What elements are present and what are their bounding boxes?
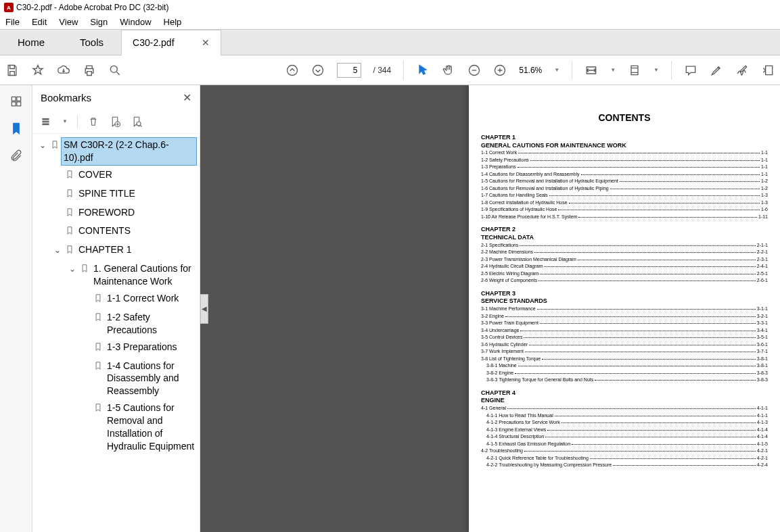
bookmark-icon	[93, 360, 104, 374]
chevron-icon[interactable]	[81, 311, 91, 312]
pdf-page: CONTENTS CHAPTER 1GENERAL CAUTIONS FOR M…	[469, 85, 780, 532]
sign-icon[interactable]	[735, 64, 749, 77]
toc-row: 3-8-3 Tightening Torque for General Bolt…	[481, 377, 768, 384]
bookmark-label: COVER	[78, 168, 197, 181]
chevron-icon[interactable]	[53, 206, 62, 208]
comment-icon[interactable]	[684, 64, 697, 77]
chevron-icon[interactable]	[81, 292, 91, 293]
document-area[interactable]: ◀ CONTENTS CHAPTER 1GENERAL CAUTIONS FOR…	[200, 85, 780, 532]
toc-row: 4-2 Troubleshooting4-2-1	[481, 448, 768, 455]
bookmarks-title: Bookmarks	[41, 92, 91, 103]
bookmarks-toolbar: ▼	[32, 110, 200, 134]
toc-row: 2-2 Machine Dimensions2-2-1	[481, 249, 768, 256]
page-heading: CONTENTS	[481, 112, 768, 123]
page-up-icon[interactable]	[285, 64, 299, 77]
toc-row: 4-1-4 Structural Description4-1-4	[481, 433, 768, 441]
page-display-icon[interactable]	[628, 64, 641, 77]
options-icon[interactable]	[41, 116, 53, 128]
cloud-sync-icon[interactable]	[57, 64, 70, 77]
collapse-panel-button[interactable]: ◀	[200, 294, 208, 324]
chevron-icon[interactable]	[81, 341, 91, 342]
toc-row: 4-1-3 Engine External Views4-1-4	[481, 427, 768, 434]
caret-down-icon[interactable]: ▼	[653, 67, 659, 73]
bookmark-label: 1-2 Safety Precautions	[107, 311, 197, 337]
caret-down-icon[interactable]: ▼	[554, 67, 559, 73]
trash-icon[interactable]	[87, 116, 99, 128]
toc-row: 4-1 General4-1-1	[481, 405, 768, 412]
chapter-title: TECHNICAL DATA	[481, 234, 768, 242]
menu-file[interactable]: File	[5, 17, 20, 27]
bookmark-item[interactable]: ⌄CHAPTER 1	[35, 241, 200, 260]
bookmark-item[interactable]: CONTENTS	[35, 222, 200, 241]
menu-sign[interactable]: Sign	[90, 17, 108, 27]
svg-rect-9	[43, 118, 49, 120]
bookmark-icon	[80, 262, 91, 277]
zoom-out-icon[interactable]	[467, 64, 481, 77]
bookmark-item[interactable]: 1-3 Preparations	[35, 339, 200, 358]
menubar: File Edit View Sign Window Help	[0, 15, 780, 30]
bookmark-item[interactable]: 1-2 Safety Precautions	[35, 309, 200, 339]
chevron-icon[interactable]	[53, 187, 62, 189]
menu-edit[interactable]: Edit	[32, 17, 47, 27]
star-icon[interactable]	[31, 64, 45, 77]
hand-icon[interactable]	[442, 64, 455, 77]
bookmark-item[interactable]: ⌄SM C30R-2 (2-2 Chap.6-10).pdf	[35, 137, 200, 166]
chapter-title: GENERAL CAUTIONS FOR MAINTENANCE WORK	[481, 142, 768, 150]
bookmark-icon	[50, 139, 61, 153]
app-pdf-icon: A	[4, 3, 14, 12]
chevron-icon[interactable]: ⌄	[38, 139, 47, 151]
bookmark-item[interactable]: 1-5 Cautions for Removal and Installatio…	[35, 400, 200, 455]
print-icon[interactable]	[83, 64, 96, 77]
save-icon[interactable]	[5, 64, 19, 77]
caret-down-icon[interactable]: ▼	[610, 67, 616, 73]
svg-rect-7	[12, 102, 16, 106]
highlight-icon[interactable]	[710, 64, 723, 77]
tab-home[interactable]: Home	[0, 30, 62, 55]
chevron-icon[interactable]	[53, 168, 62, 170]
bookmark-item[interactable]: FOREWORD	[35, 204, 200, 223]
bookmark-item[interactable]: SPINE TITLE	[35, 185, 200, 204]
bookmark-item[interactable]: ⌄1. General Cautions for Maintenance Wor…	[35, 260, 200, 290]
bookmark-label: 1-3 Preparations	[107, 341, 197, 354]
svg-point-1	[287, 65, 297, 75]
chevron-icon[interactable]	[53, 224, 62, 226]
close-icon[interactable]: ✕	[202, 37, 210, 48]
search-icon[interactable]	[108, 64, 122, 77]
toc-row: 3-7 Work Implement3-7-1	[481, 348, 768, 356]
tab-document[interactable]: C30-2.pdf ✕	[121, 30, 221, 55]
more-tools-icon[interactable]	[761, 64, 775, 77]
chevron-icon[interactable]	[81, 402, 91, 403]
zoom-level[interactable]: 51.6%	[519, 66, 542, 75]
bookmark-item[interactable]: COVER	[35, 166, 200, 185]
side-rail	[0, 85, 32, 532]
bookmarks-icon[interactable]	[9, 122, 23, 135]
fit-width-icon[interactable]	[584, 64, 598, 77]
bookmark-icon	[65, 187, 76, 202]
bookmark-label: CONTENTS	[78, 224, 197, 237]
find-bookmark-icon[interactable]	[131, 116, 143, 128]
thumbnails-icon[interactable]	[9, 95, 23, 108]
page-number-input[interactable]	[337, 63, 361, 78]
attachments-icon[interactable]	[9, 149, 23, 162]
close-icon[interactable]: ✕	[183, 91, 191, 104]
tab-tools[interactable]: Tools	[62, 30, 121, 55]
zoom-in-icon[interactable]	[493, 64, 507, 77]
toc-row: 1-9 Specifications of Hydraulic Hose1-6	[481, 206, 768, 214]
chevron-icon[interactable]: ⌄	[53, 243, 62, 256]
menu-window[interactable]: Window	[120, 17, 151, 27]
menu-view[interactable]: View	[59, 17, 78, 27]
page-down-icon[interactable]	[311, 64, 325, 77]
toc-row: 3-4 Undercarriage3-4-1	[481, 327, 768, 335]
chevron-icon[interactable]	[81, 360, 91, 361]
bookmarks-tree[interactable]: ⌄SM C30R-2 (2-2 Chap.6-10).pdfCOVERSPINE…	[32, 134, 200, 532]
add-bookmark-icon[interactable]	[109, 116, 121, 128]
chevron-icon[interactable]: ⌄	[68, 262, 77, 274]
bookmark-label: SM C30R-2 (2-2 Chap.6-10).pdf	[61, 137, 197, 166]
menu-help[interactable]: Help	[164, 17, 182, 27]
toc-row: 3-3 Power Train Equipment3-3-1	[481, 320, 768, 327]
bookmark-item[interactable]: 1-4 Cautions for Disassembly and Reassem…	[35, 358, 200, 400]
bookmark-icon	[93, 341, 104, 356]
bookmark-item[interactable]: 1-1 Correct Work	[35, 290, 200, 309]
pointer-icon[interactable]	[416, 64, 430, 77]
toc-row: 2-6 Weight of Components2-6-1	[481, 277, 768, 285]
